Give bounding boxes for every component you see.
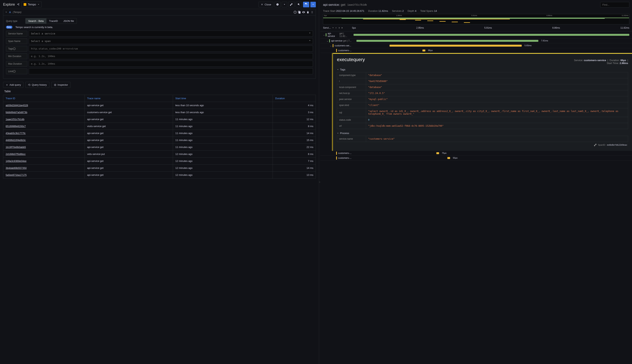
trash-icon[interactable] <box>306 11 309 14</box>
info-icon[interactable]: i <box>13 48 16 50</box>
close-button[interactable]: Close <box>259 2 273 7</box>
trace-id-link[interactable]: 6516996fe8200c7 <box>6 125 26 128</box>
trace-id-link[interactable]: 1b19f70e8b0abb5 <box>6 146 26 148</box>
span-toggle-icon[interactable]: ⌄ <box>326 40 329 42</box>
query-history-button[interactable]: Query history <box>25 82 49 88</box>
span-toggle-icon[interactable]: ⌄ <box>330 44 333 47</box>
trace-name-cell: api-service get <box>85 130 173 137</box>
start-time-cell: less than 10 seconds ago <box>173 102 273 109</box>
span-name-select[interactable]: Select a span <box>29 38 313 44</box>
help-icon[interactable]: ? <box>294 11 297 14</box>
start-time-cell: 11 minutes ago <box>173 137 273 144</box>
table-row: 5a5ee871ba17175 api-service get 12 minut… <box>3 172 316 178</box>
table-title: Table <box>3 88 316 95</box>
link-icon[interactable] <box>594 144 597 146</box>
tag-value: "select owner0_.id as id1_0_, owner0_.ad… <box>366 108 628 117</box>
chevron-down-icon[interactable] <box>332 27 334 29</box>
svg-point-7 <box>312 13 313 13</box>
trace-id-link[interactable]: ab59d2b941be4328 <box>6 104 28 107</box>
span-row[interactable]: customers-... 86µs <box>320 48 632 53</box>
duration-cell: 13 ms <box>273 172 316 178</box>
span-row[interactable]: customers-... 50µs <box>320 156 632 160</box>
table-column-header[interactable]: Trace name <box>85 95 173 102</box>
tags-table: component.type"database"i"6a41703d5680"l… <box>337 72 628 129</box>
tags-section-toggle[interactable]: Tags <box>337 67 628 72</box>
trace-id-link[interactable]: 43eab5c3b1777fc <box>6 132 26 134</box>
tag-value: "client" <box>366 102 628 108</box>
tag-key: component.type <box>337 72 366 78</box>
span-toggle-icon[interactable]: ⌄ <box>323 34 326 36</box>
run-query-button[interactable] <box>303 2 309 7</box>
table-column-header[interactable]: Start time <box>173 95 273 102</box>
collapse-all-icon[interactable] <box>338 27 340 29</box>
share-icon[interactable] <box>17 3 20 6</box>
query-type-json[interactable]: JSON file <box>61 18 77 24</box>
svg-text:?: ? <box>295 11 296 13</box>
trace-id-link[interactable]: 5a5ee871ba17175 <box>6 174 27 176</box>
trace-minimap[interactable]: 0µs2.95ms5.91ms8.86ms11.82ms <box>323 14 629 24</box>
tick-label: 2.95ms <box>416 26 424 29</box>
copy-icon[interactable] <box>298 11 301 14</box>
minimap-span <box>439 21 446 22</box>
chevron-down-icon[interactable] <box>5 11 7 13</box>
duration-cell: 8 ms <box>273 123 316 130</box>
table-row: 6516996fe8200c7 visits-service get 11 mi… <box>3 123 316 130</box>
trace-id-link[interactable]: 2d168b07f5d8bcc <box>6 152 26 156</box>
span-row[interactable]: customers-... 75µs <box>320 151 632 156</box>
find-input[interactable] <box>600 2 629 8</box>
svg-text:i: i <box>14 48 15 50</box>
limit-input[interactable] <box>29 68 313 74</box>
time-range-dropdown[interactable] <box>282 2 287 7</box>
span-op: get | 7... <box>343 40 351 42</box>
span-color-marker <box>329 39 330 42</box>
trace-name-cell: api-service get <box>85 137 173 144</box>
time-range-button[interactable] <box>274 2 281 7</box>
trace-id-link[interactable]: 3b4dab69b557350 <box>6 166 27 170</box>
eye-icon[interactable] <box>302 11 305 14</box>
drag-handle-icon[interactable] <box>311 11 314 14</box>
minimap-span <box>400 19 406 20</box>
tick-label: 5.91ms <box>484 26 492 29</box>
duration-cell: 4 ms <box>273 102 316 109</box>
trace-id-link[interactable]: 149a3c9369e04ee <box>6 160 27 162</box>
zoom-out-button[interactable] <box>296 2 302 7</box>
trace-id-link[interactable]: 1aae1f31c7b1db <box>6 118 24 121</box>
span-row[interactable]: ⌄ customers-ser... 5.65ms <box>320 43 632 48</box>
min-duration-input[interactable] <box>29 53 313 59</box>
add-query-button[interactable]: Add query <box>3 82 24 88</box>
span-duration-label: 7.81ms <box>541 40 548 42</box>
table-row: 1b19f70e8b0abb5 api-service get 11 minut… <box>3 144 316 151</box>
limit-label: Limit i <box>6 68 27 74</box>
table-column-header[interactable]: Duration <box>273 95 316 102</box>
trace-meta: Trace Start 2022-04-15 14:45:28.671 Dura… <box>320 10 632 14</box>
span-duration-label: 50µs <box>453 157 457 159</box>
tag-key: local-component <box>337 84 366 90</box>
expand-all-icon[interactable] <box>341 27 343 29</box>
minimap-span <box>363 19 510 19</box>
query-type-traceid[interactable]: TraceID <box>47 18 61 24</box>
max-duration-input[interactable] <box>29 61 313 67</box>
service-name-select[interactable]: Select a service <box>29 30 313 36</box>
duration-cell: 14 ms <box>273 130 316 137</box>
datasource-picker[interactable]: Tempo <box>22 2 42 7</box>
query-type-search[interactable]: Search - Beta <box>26 18 47 24</box>
chevron-right-icon[interactable] <box>335 27 337 29</box>
table-column-header[interactable]: Trace ID <box>3 95 85 102</box>
trace-id-link[interactable]: 44696d10f4e8b3c <box>6 139 26 142</box>
trace-name-cell: visits-service get <box>85 123 173 130</box>
tags-input[interactable] <box>29 46 313 52</box>
info-icon[interactable]: i <box>13 70 16 73</box>
trace-id-link[interactable]: fddb89dd7a0d873b <box>6 111 27 114</box>
tag-value: "6a41703d5680" <box>366 78 628 84</box>
inspector-button[interactable]: Inspector <box>51 82 71 88</box>
table-row: 2d168b07f5d8bcc vets-service put 12 minu… <box>3 151 316 158</box>
link-button[interactable] <box>288 2 295 7</box>
run-query-dropdown[interactable] <box>310 2 316 7</box>
service-column-header: Servi... <box>323 26 331 29</box>
process-section-toggle[interactable]: Process <box>337 130 628 136</box>
clock-icon <box>276 3 279 6</box>
span-duration-label: 75µs <box>442 152 446 154</box>
tag-value: "jdbc:hsqldb:mem:ae51aa52-f06d-4c76-8695… <box>366 123 628 129</box>
span-row[interactable]: ⌄ api-service get | 7... 7.81ms <box>320 38 632 43</box>
span-row[interactable]: ⌄ api-service get | 11.82... <box>320 31 632 38</box>
